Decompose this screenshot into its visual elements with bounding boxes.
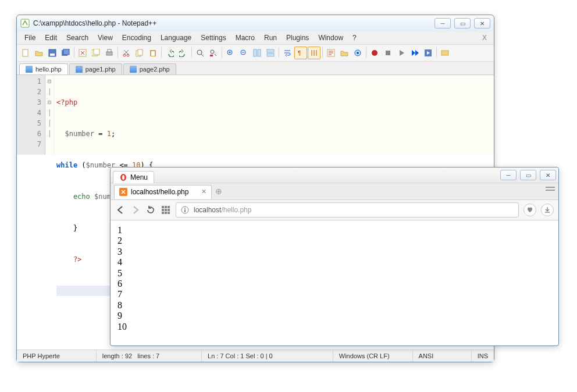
close-file-icon[interactable] xyxy=(76,47,89,59)
toolbar-last-icon[interactable] xyxy=(439,47,451,59)
redo-icon[interactable] xyxy=(177,47,190,59)
browser-titlebar[interactable]: Menu ─ ▭ ✕ xyxy=(111,168,558,183)
status-ins: INS xyxy=(478,352,488,359)
menu-plugins[interactable]: Plugins xyxy=(282,33,313,43)
function-list-icon[interactable] xyxy=(325,47,337,59)
site-info-icon[interactable] xyxy=(181,206,189,214)
url-path: /hello.php xyxy=(221,206,251,214)
output-line: 2 xyxy=(117,236,551,246)
replace-icon[interactable] xyxy=(207,47,220,59)
zoom-in-icon[interactable] xyxy=(224,47,237,59)
svg-rect-22 xyxy=(254,49,257,56)
page-content: 1 2 3 4 5 6 7 8 9 10 xyxy=(111,220,558,337)
output-line: 6 xyxy=(117,279,551,289)
browser-minimize-button[interactable]: ─ xyxy=(500,170,517,180)
paste-icon[interactable] xyxy=(147,47,159,59)
svg-text:¶: ¶ xyxy=(298,50,301,56)
svg-rect-14 xyxy=(138,49,143,55)
status-lang: PHP Hyperte xyxy=(23,352,60,359)
titlebar[interactable]: C:\xampp\htdocs\hello.php - Notepad++ ─ … xyxy=(17,15,494,31)
fold-column[interactable]: ⊟│⊟│││ xyxy=(45,75,54,155)
minimize-button[interactable]: ─ xyxy=(434,18,451,28)
svg-point-17 xyxy=(197,50,202,55)
find-icon[interactable] xyxy=(194,47,206,59)
svg-rect-42 xyxy=(162,209,164,211)
output-line: 3 xyxy=(117,247,551,257)
folder-icon[interactable] xyxy=(338,47,351,59)
wordwrap-icon[interactable] xyxy=(281,47,294,59)
play-macro-icon[interactable] xyxy=(395,47,408,59)
menu-window[interactable]: Window xyxy=(314,33,347,43)
url-input[interactable]: localhost/hello.php xyxy=(176,202,519,218)
browser-tab[interactable]: localhost/hello.php ✕ xyxy=(114,185,212,199)
browser-close-button[interactable]: ✕ xyxy=(540,170,556,180)
output-line: 1 xyxy=(117,225,551,236)
tab-hello[interactable]: hello.php xyxy=(19,63,68,74)
svg-point-30 xyxy=(372,50,377,56)
sync-h-icon[interactable] xyxy=(264,47,277,59)
tab-page1[interactable]: page1.php xyxy=(69,63,122,74)
address-bar-row: localhost/hello.php xyxy=(111,200,558,220)
sync-v-icon[interactable] xyxy=(251,47,263,59)
toolbar: ¶ xyxy=(17,45,494,62)
save-icon[interactable] xyxy=(46,47,59,59)
close-button[interactable]: ✕ xyxy=(474,18,490,28)
svg-rect-47 xyxy=(168,212,170,214)
stop-macro-icon[interactable] xyxy=(382,47,394,59)
print-icon[interactable] xyxy=(103,47,116,59)
menu-language[interactable]: Language xyxy=(156,33,195,43)
menu-search[interactable]: Search xyxy=(62,33,92,43)
output-line: 8 xyxy=(117,300,551,311)
svg-point-29 xyxy=(357,52,359,54)
tab-page2[interactable]: page2.php xyxy=(123,63,176,74)
menu-file[interactable]: File xyxy=(20,33,40,43)
browser-maximize-button[interactable]: ▭ xyxy=(520,170,536,180)
back-button[interactable] xyxy=(115,205,126,215)
menu-edit[interactable]: Edit xyxy=(41,33,61,43)
menu-run[interactable]: Run xyxy=(260,33,281,43)
menu-help[interactable]: ? xyxy=(348,33,361,43)
output-line: 10 xyxy=(117,322,551,332)
svg-rect-37 xyxy=(546,190,555,191)
opera-menu-button[interactable]: Menu xyxy=(113,171,154,183)
panel-toggle-icon[interactable] xyxy=(546,185,555,193)
close-all-icon[interactable] xyxy=(90,47,102,59)
forward-button[interactable] xyxy=(130,205,141,215)
show-all-chars-icon[interactable]: ¶ xyxy=(294,47,307,59)
zoom-out-icon[interactable] xyxy=(237,47,250,59)
file-icon xyxy=(26,66,33,73)
monitor-icon[interactable] xyxy=(351,47,364,59)
menu-view[interactable]: View xyxy=(94,33,117,43)
undo-icon[interactable] xyxy=(163,47,176,59)
menu-encoding[interactable]: Encoding xyxy=(118,33,155,43)
speed-dial-button[interactable] xyxy=(161,205,171,215)
browser-window: Menu ─ ▭ ✕ localhost/hello.php ✕ ⊕ local… xyxy=(110,167,559,346)
tab-close-icon[interactable]: ✕ xyxy=(201,188,206,195)
play-multi-icon[interactable] xyxy=(408,47,421,59)
status-eol: Windows (CR LF) xyxy=(339,352,390,359)
save-macro-icon[interactable] xyxy=(422,47,434,59)
cut-icon[interactable] xyxy=(120,47,133,59)
open-file-icon[interactable] xyxy=(33,47,45,59)
file-icon xyxy=(130,66,137,73)
bookmark-heart-button[interactable] xyxy=(523,204,536,216)
reload-button[interactable] xyxy=(145,205,156,215)
svg-rect-46 xyxy=(165,212,167,214)
svg-point-35 xyxy=(122,175,124,180)
save-all-icon[interactable] xyxy=(59,47,72,59)
url-host: localhost xyxy=(194,206,221,214)
new-tab-button[interactable]: ⊕ xyxy=(215,187,222,196)
indent-guide-icon[interactable] xyxy=(308,47,320,59)
code-area[interactable]: <?php $number = 1; while ($number <= 10)… xyxy=(54,75,494,155)
status-position: Ln : 7 Col : 1 Sel : 0 | 0 xyxy=(208,352,273,359)
record-macro-icon[interactable] xyxy=(368,47,381,59)
menu-macro[interactable]: Macro xyxy=(231,33,259,43)
maximize-button[interactable]: ▭ xyxy=(454,18,471,28)
menu-settings[interactable]: Settings xyxy=(197,33,230,43)
file-icon xyxy=(76,66,83,73)
downloads-button[interactable] xyxy=(541,204,554,216)
editor[interactable]: 1234567 ⊟│⊟│││ <?php $number = 1; while … xyxy=(17,75,494,155)
copy-icon[interactable] xyxy=(133,47,146,59)
menubar-close-x[interactable]: X xyxy=(479,33,490,43)
new-file-icon[interactable] xyxy=(19,47,32,59)
